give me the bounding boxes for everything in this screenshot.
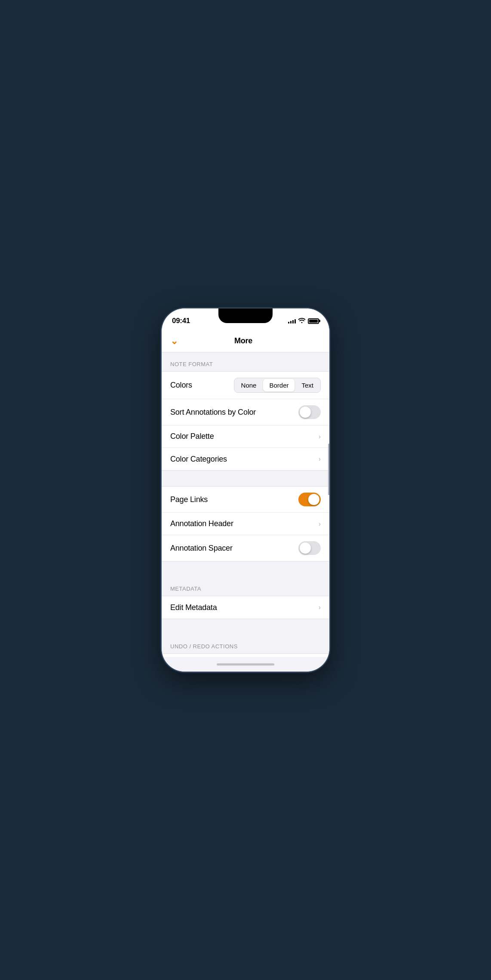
metadata-group: Edit Metadata › — [162, 596, 329, 619]
segment-none[interactable]: None — [235, 379, 263, 391]
status-time: 09:41 — [172, 317, 190, 325]
section-gap-2 — [162, 561, 329, 577]
phone-frame: 09:41 — [162, 308, 329, 672]
sort-annotations-toggle[interactable] — [298, 405, 321, 419]
color-categories-right: › — [319, 455, 321, 463]
sort-annotations-label: Sort Annotations by Color — [170, 408, 256, 417]
notch — [218, 308, 273, 323]
page-links-label: Page Links — [170, 495, 208, 504]
note-format-section-header: NOTE FORMAT — [162, 352, 329, 371]
signal-bar-2 — [290, 321, 292, 324]
undo-redo-group: Undo Redo — [162, 653, 329, 657]
links-group: Page Links Annotation Header › Annotatio… — [162, 486, 329, 561]
colors-label: Colors — [170, 381, 192, 390]
note-format-label: NOTE FORMAT — [170, 361, 213, 367]
colors-segmented-control[interactable]: None Border Text — [234, 378, 321, 393]
edit-metadata-right: › — [319, 604, 321, 611]
color-palette-label: Color Palette — [170, 432, 214, 441]
colors-control: None Border Text — [234, 378, 321, 393]
page-title: More — [234, 336, 252, 345]
annotation-spacer-toggle-thumb — [300, 542, 311, 554]
phone-screen: 09:41 — [162, 308, 329, 672]
segment-border[interactable]: Border — [263, 379, 295, 391]
scroll-content[interactable]: NOTE FORMAT Colors None Border Text — [162, 352, 329, 657]
metadata-section-header: METADATA — [162, 577, 329, 596]
undo-row[interactable]: Undo — [162, 654, 329, 657]
toggle-thumb — [300, 407, 311, 418]
status-icons — [288, 318, 319, 324]
annotation-header-chevron-icon: › — [319, 520, 321, 528]
edit-metadata-label: Edit Metadata — [170, 603, 217, 612]
page-links-toggle[interactable] — [298, 493, 321, 506]
annotation-header-label: Annotation Header — [170, 519, 233, 528]
battery-icon — [308, 318, 319, 324]
page-links-toggle-thumb — [308, 494, 319, 505]
annotation-header-row[interactable]: Annotation Header › — [162, 513, 329, 535]
color-palette-right: › — [319, 433, 321, 441]
signal-bar-4 — [295, 319, 296, 324]
home-bar — [217, 663, 274, 666]
nav-bar: ⌄ More — [162, 330, 329, 352]
annotation-spacer-row[interactable]: Annotation Spacer — [162, 535, 329, 561]
annotation-spacer-toggle[interactable] — [298, 541, 321, 555]
battery-fill — [309, 320, 318, 323]
signal-bar-3 — [292, 320, 294, 324]
color-palette-chevron-icon: › — [319, 433, 321, 441]
colors-row[interactable]: Colors None Border Text — [162, 372, 329, 399]
edit-metadata-chevron-icon: › — [319, 604, 321, 611]
color-palette-row[interactable]: Color Palette › — [162, 425, 329, 448]
note-format-group: Colors None Border Text Sort Annotations… — [162, 371, 329, 471]
signal-bar-1 — [288, 322, 289, 324]
undo-redo-label: UNDO / REDO ACTIONS — [170, 643, 238, 650]
sort-annotations-row[interactable]: Sort Annotations by Color — [162, 399, 329, 425]
color-categories-label: Color Categories — [170, 455, 227, 464]
signal-bars-icon — [288, 318, 296, 324]
annotation-header-right: › — [319, 520, 321, 528]
wifi-icon — [298, 318, 305, 324]
edit-metadata-row[interactable]: Edit Metadata › — [162, 596, 329, 619]
dismiss-button[interactable]: ⌄ — [170, 336, 178, 346]
color-categories-row[interactable]: Color Categories › — [162, 448, 329, 470]
scrollbar-indicator — [328, 444, 329, 495]
segment-text[interactable]: Text — [295, 379, 319, 391]
section-gap-3 — [162, 619, 329, 635]
color-categories-chevron-icon: › — [319, 455, 321, 463]
home-indicator — [162, 657, 329, 672]
metadata-label: METADATA — [170, 586, 201, 592]
page-links-row[interactable]: Page Links — [162, 487, 329, 513]
section-gap-1 — [162, 471, 329, 486]
annotation-spacer-label: Annotation Spacer — [170, 544, 233, 553]
undo-redo-section-header: UNDO / REDO ACTIONS — [162, 635, 329, 653]
